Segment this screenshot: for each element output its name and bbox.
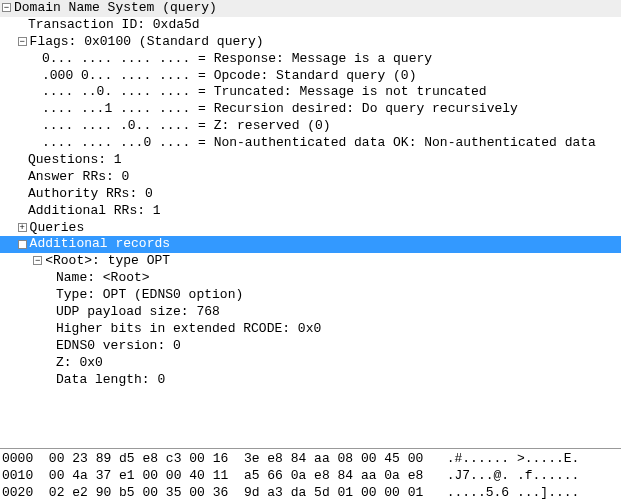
flags-label: Flags: 0x0100 (Standard query)	[30, 34, 264, 49]
hex-dump: 0000 00 23 89 d5 e8 c3 00 16 3e e8 84 aa…	[0, 448, 621, 502]
additional-rrs[interactable]: Additional RRs: 1	[0, 203, 621, 220]
flags-row[interactable]: −Flags: 0x0100 (Standard query)	[0, 34, 621, 51]
flag-recursion[interactable]: .... ...1 .... .... = Recursion desired:…	[0, 101, 621, 118]
queries-row[interactable]: +Queries	[0, 220, 621, 237]
root-opt-label: <Root>: type OPT	[45, 253, 170, 268]
root-z[interactable]: Z: 0x0	[0, 355, 621, 372]
additional-records-row[interactable]: −Additional records	[0, 236, 621, 253]
flag-response[interactable]: 0... .... .... .... = Response: Message …	[0, 51, 621, 68]
root-opt-row[interactable]: −<Root>: type OPT	[0, 253, 621, 270]
additional-records-label: Additional records	[30, 236, 170, 251]
questions[interactable]: Questions: 1	[0, 152, 621, 169]
answer-rrs[interactable]: Answer RRs: 0	[0, 169, 621, 186]
root-rcode[interactable]: Higher bits in extended RCODE: 0x0	[0, 321, 621, 338]
transaction-id[interactable]: Transaction ID: 0xda5d	[0, 17, 621, 34]
dns-section-header[interactable]: −Domain Name System (query)	[0, 0, 621, 17]
flag-truncated[interactable]: .... ..0. .... .... = Truncated: Message…	[0, 84, 621, 101]
hex-row-0010[interactable]: 0010 00 4a 37 e1 00 00 40 11 a5 66 0a e8…	[0, 468, 621, 485]
flag-nonauth[interactable]: .... .... ...0 .... = Non-authenticated …	[0, 135, 621, 152]
root-udp-payload[interactable]: UDP payload size: 768	[0, 304, 621, 321]
root-name[interactable]: Name: <Root>	[0, 270, 621, 287]
dns-header-label: Domain Name System (query)	[14, 0, 217, 15]
root-type[interactable]: Type: OPT (EDNS0 option)	[0, 287, 621, 304]
packet-tree: −Domain Name System (query) Transaction …	[0, 0, 621, 388]
hex-row-0000[interactable]: 0000 00 23 89 d5 e8 c3 00 16 3e e8 84 aa…	[0, 451, 621, 468]
root-data-length[interactable]: Data length: 0	[0, 372, 621, 389]
flag-z[interactable]: .... .... .0.. .... = Z: reserved (0)	[0, 118, 621, 135]
root-edns-version[interactable]: EDNS0 version: 0	[0, 338, 621, 355]
flag-opcode[interactable]: .000 0... .... .... = Opcode: Standard q…	[0, 68, 621, 85]
collapse-icon[interactable]: −	[18, 37, 27, 46]
queries-label: Queries	[30, 220, 85, 235]
hex-row-0020[interactable]: 0020 02 e2 90 b5 00 35 00 36 9d a3 da 5d…	[0, 485, 621, 502]
collapse-icon[interactable]: −	[18, 240, 27, 249]
authority-rrs[interactable]: Authority RRs: 0	[0, 186, 621, 203]
collapse-icon[interactable]: −	[33, 256, 42, 265]
expand-icon[interactable]: +	[18, 223, 27, 232]
collapse-icon[interactable]: −	[2, 3, 11, 12]
